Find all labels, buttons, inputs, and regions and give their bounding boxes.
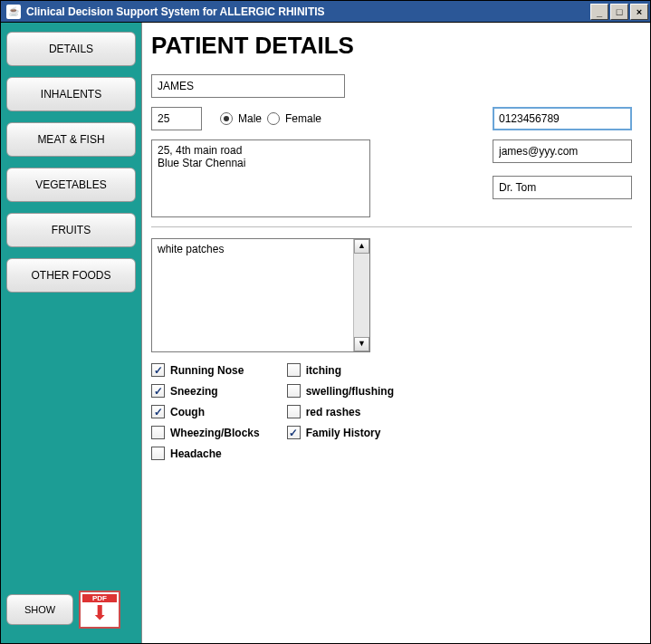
symptom-checkbox[interactable]	[151, 447, 165, 460]
symptom-checkbox[interactable]	[287, 405, 301, 418]
sidebar-item-details[interactable]: DETAILS	[6, 32, 136, 66]
download-arrow-icon: ⬇	[91, 601, 108, 625]
java-icon: ☕	[6, 5, 21, 19]
symptoms-column-2: itchingswelling/flushingred rashes✓Famil…	[287, 363, 394, 460]
symptom-label: Sneezing	[170, 385, 218, 398]
notes-scrollbar[interactable]: ▲ ▼	[353, 239, 369, 351]
symptom-label: swelling/flushing	[306, 385, 394, 398]
pdf-export-button[interactable]: PDF ⬇	[79, 591, 120, 629]
sidebar: DETAILS INHALENTS MEAT & FISH VEGETABLES…	[1, 23, 142, 643]
notes-input[interactable]	[152, 239, 353, 351]
notes-field-wrap: ▲ ▼	[151, 238, 370, 352]
sidebar-item-other-foods[interactable]: OTHER FOODS	[6, 258, 136, 293]
symptom-checkbox[interactable]: ✓	[151, 363, 165, 377]
symptom-checkbox[interactable]	[287, 363, 301, 377]
separator	[151, 226, 632, 227]
symptom-row: Wheezing/Blocks	[151, 426, 260, 439]
symptom-label: Headache	[170, 447, 222, 460]
gender-female-radio[interactable]	[267, 112, 280, 125]
show-button[interactable]: SHOW	[6, 594, 73, 625]
scroll-up-icon[interactable]: ▲	[354, 239, 369, 254]
symptom-label: Wheezing/Blocks	[170, 427, 260, 439]
gender-female-label: Female	[285, 112, 321, 125]
gender-male-label: Male	[238, 112, 262, 125]
sidebar-item-vegetables[interactable]: VEGETABLES	[6, 168, 136, 202]
symptom-row: itching	[287, 363, 394, 377]
app-window: ☕ Clinical Decision Support System for A…	[0, 0, 651, 644]
symptom-label: Cough	[170, 406, 205, 418]
close-button[interactable]: ×	[630, 4, 648, 20]
symptom-row: ✓Running Nose	[151, 363, 260, 377]
symptom-row: ✓Cough	[151, 405, 260, 418]
symptom-label: Family History	[306, 427, 381, 439]
symptom-checkbox[interactable]	[287, 384, 301, 398]
name-input[interactable]	[151, 74, 345, 98]
gender-male-radio[interactable]	[220, 112, 233, 125]
scroll-track[interactable]	[354, 254, 369, 337]
symptom-row: ✓Sneezing	[151, 384, 260, 398]
symptom-label: itching	[306, 364, 341, 377]
phone-input[interactable]	[493, 107, 632, 130]
sidebar-item-inhalents[interactable]: INHALENTS	[6, 77, 136, 111]
age-input[interactable]	[151, 107, 202, 130]
main-panel: PATIENT DETAILS Male Female	[142, 23, 650, 643]
symptom-row: red rashes	[287, 405, 394, 418]
content-area: DETAILS INHALENTS MEAT & FISH VEGETABLES…	[1, 23, 650, 643]
email-input[interactable]	[493, 139, 632, 163]
symptoms-group: ✓Running Nose✓Sneezing✓CoughWheezing/Blo…	[151, 363, 632, 460]
maximize-button[interactable]: □	[610, 4, 628, 20]
symptom-label: red rashes	[306, 406, 361, 418]
page-title: PATIENT DETAILS	[151, 32, 632, 60]
sidebar-item-meat-fish[interactable]: MEAT & FISH	[6, 122, 136, 157]
gender-group: Male Female	[220, 112, 321, 125]
symptom-checkbox[interactable]	[151, 426, 165, 439]
symptom-row: swelling/flushing	[287, 384, 394, 398]
scroll-down-icon[interactable]: ▼	[354, 337, 369, 351]
doctor-input[interactable]	[493, 176, 632, 199]
minimize-button[interactable]: _	[590, 4, 608, 20]
address-input[interactable]	[151, 139, 370, 217]
titlebar: ☕ Clinical Decision Support System for A…	[1, 1, 650, 23]
sidebar-item-fruits[interactable]: FRUITS	[6, 213, 136, 247]
symptom-checkbox[interactable]: ✓	[151, 384, 165, 398]
symptom-row: Headache	[151, 447, 260, 460]
symptom-checkbox[interactable]: ✓	[151, 405, 165, 418]
symptom-row: ✓Family History	[287, 426, 394, 439]
window-title: Clinical Decision Support System for ALL…	[24, 5, 590, 18]
symptom-label: Running Nose	[170, 364, 244, 377]
symptom-checkbox[interactable]: ✓	[287, 426, 301, 439]
symptoms-column-1: ✓Running Nose✓Sneezing✓CoughWheezing/Blo…	[151, 363, 260, 460]
pdf-icon-label: PDF	[82, 594, 117, 602]
